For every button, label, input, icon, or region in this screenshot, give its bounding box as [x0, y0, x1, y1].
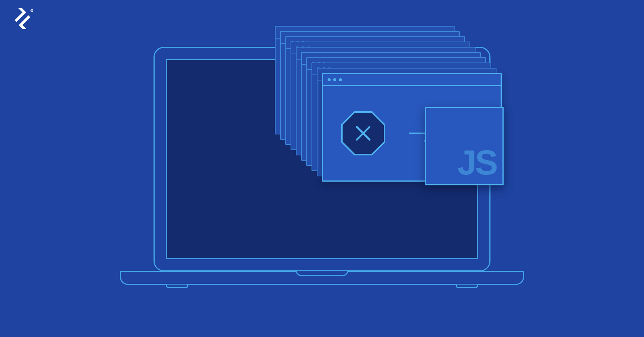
- window-dot-icon: [328, 78, 331, 81]
- window-titlebar: [323, 74, 501, 86]
- js-badge: JS: [425, 107, 504, 185]
- laptop-foot: [456, 285, 478, 288]
- error-octagon-x-icon: [339, 109, 388, 158]
- laptop-foot: [166, 285, 188, 288]
- laptop-notch: [296, 271, 348, 276]
- svg-text:R: R: [31, 10, 33, 12]
- toptal-logo-icon: R: [11, 7, 34, 30]
- js-badge-label: JS: [457, 145, 496, 180]
- laptop-base: [120, 271, 524, 285]
- window-dot-icon: [333, 78, 336, 81]
- window-dot-icon: [339, 78, 342, 81]
